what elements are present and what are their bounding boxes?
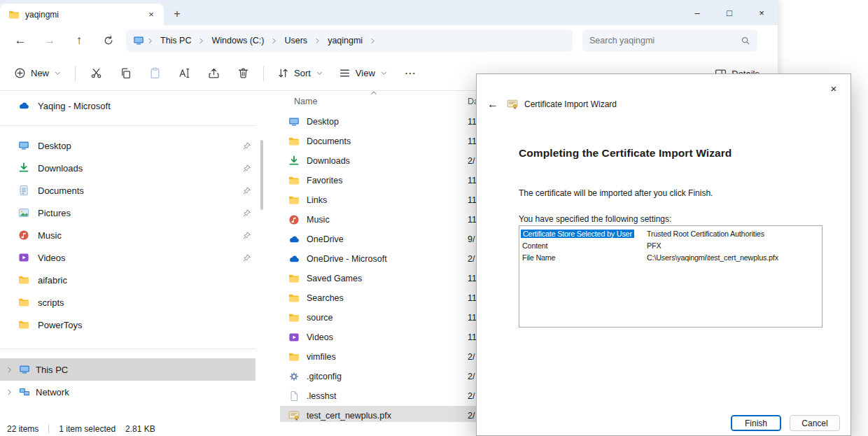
- minimize-button[interactable]: –: [681, 0, 713, 25]
- sidebar-item-network[interactable]: Network: [0, 381, 255, 403]
- this-pc-icon: [133, 35, 144, 46]
- breadcrumb-this-pc[interactable]: This PC: [156, 36, 195, 45]
- file-name: Downloads: [307, 156, 350, 166]
- sidebar-item-label: Network: [36, 387, 69, 398]
- setting-key: Certificate Store Selected by User: [521, 230, 647, 238]
- file-date: 9/: [468, 234, 475, 244]
- search-box[interactable]: [582, 29, 757, 52]
- pin-icon: [242, 231, 251, 240]
- breadcrumb-windows-c[interactable]: Windows (C:): [207, 36, 268, 45]
- toolbar-separator: [75, 66, 76, 81]
- sidebar-item-onedrive[interactable]: Yaqing - Microsoft: [0, 94, 255, 117]
- trash-icon: [237, 67, 249, 79]
- new-tab-button[interactable]: +: [167, 3, 188, 24]
- sidebar-item-label: Desktop: [38, 141, 71, 151]
- pin-icon: [242, 164, 251, 173]
- file-date: 2/: [468, 156, 475, 166]
- search-icon[interactable]: [741, 36, 750, 45]
- view-icon: [339, 67, 351, 79]
- folder-icon: [288, 273, 300, 284]
- sidebar-scrollbar[interactable]: [260, 140, 263, 210]
- rename-button[interactable]: [170, 61, 198, 86]
- file-name: Saved Games: [307, 274, 362, 283]
- this-pc-icon: [19, 364, 30, 375]
- file-name: Videos: [307, 332, 333, 342]
- sidebar-item-label: Downloads: [38, 163, 83, 174]
- settings-row[interactable]: File Name C:\Users\yaqingmi\test_cert_ne…: [521, 251, 820, 263]
- back-button[interactable]: ←: [6, 28, 35, 53]
- chevron-right-icon[interactable]: [6, 366, 13, 374]
- settings-list[interactable]: Certificate Store Selected by User Trust…: [519, 225, 822, 328]
- file-date: 2/: [468, 352, 475, 362]
- breadcrumb-users[interactable]: Users: [280, 36, 312, 45]
- file-name: source: [307, 313, 333, 323]
- up-button[interactable]: ↑: [64, 28, 94, 53]
- document-icon: [18, 185, 29, 196]
- cut-icon: [90, 67, 102, 79]
- delete-button[interactable]: [229, 61, 257, 86]
- tab-close-icon[interactable]: ×: [144, 8, 158, 22]
- chevron-right-icon[interactable]: [6, 388, 13, 396]
- more-button[interactable]: ⋯: [396, 61, 424, 86]
- settings-row[interactable]: Content PFX: [521, 239, 820, 251]
- sidebar-item-desktop[interactable]: Desktop: [0, 134, 255, 157]
- share-button[interactable]: [200, 61, 227, 86]
- download-icon: [18, 162, 29, 174]
- folder-icon: [288, 136, 300, 147]
- view-button[interactable]: View: [332, 61, 395, 86]
- titlebar: yaqingmi × + – □ ×: [0, 0, 778, 25]
- sort-button[interactable]: Sort: [270, 61, 330, 86]
- finish-button[interactable]: Finish: [731, 415, 781, 431]
- cloud-icon: [288, 234, 300, 245]
- selection-count: 1 item selected: [59, 424, 115, 434]
- column-header-name[interactable]: Name: [294, 97, 317, 106]
- sidebar-item-aifabric[interactable]: aifabric: [0, 269, 255, 291]
- chevron-right-icon: [197, 37, 205, 45]
- download-icon: [288, 155, 300, 167]
- refresh-button[interactable]: [94, 28, 123, 53]
- cut-button[interactable]: [82, 61, 110, 86]
- sort-ascending-icon[interactable]: [370, 89, 378, 97]
- pin-icon: [242, 209, 251, 218]
- sidebar-item-videos[interactable]: Videos: [0, 246, 255, 269]
- dialog-title: Certificate Import Wizard: [524, 99, 617, 109]
- video-icon: [18, 252, 29, 263]
- sidebar-item-music[interactable]: Music: [0, 224, 255, 246]
- breadcrumb-yaqingmi[interactable]: yaqingmi: [323, 36, 367, 45]
- sidebar-item-this-pc[interactable]: This PC: [0, 358, 255, 381]
- maximize-button[interactable]: □: [713, 0, 746, 25]
- folder-icon: [18, 297, 29, 308]
- selection-size: 2.81 KB: [125, 424, 155, 434]
- sidebar-item-downloads[interactable]: Downloads: [0, 157, 255, 179]
- new-button[interactable]: New: [7, 61, 69, 86]
- sidebar: Yaqing - Microsoft Desktop Downloads Doc…: [0, 92, 255, 422]
- breadcrumb[interactable]: This PC Windows (C:) Users yaqingmi: [126, 29, 573, 52]
- dialog-back-button[interactable]: ←: [485, 98, 500, 111]
- copy-button[interactable]: [111, 61, 139, 86]
- setting-value: C:\Users\yaqingmi\test_cert_newplus.pfx: [647, 253, 778, 262]
- tab-title: yaqingmi: [25, 10, 139, 20]
- close-button[interactable]: ×: [746, 0, 778, 25]
- dialog-header: ← Certificate Import Wizard: [485, 98, 617, 111]
- sidebar-item-powertoys[interactable]: PowerToys: [0, 314, 255, 336]
- folder-icon: [288, 351, 300, 363]
- sidebar-item-scripts[interactable]: scripts: [0, 291, 255, 314]
- sidebar-item-label: PowerToys: [38, 320, 83, 330]
- folder-icon: [288, 175, 300, 186]
- dialog-close-icon[interactable]: ×: [822, 79, 845, 97]
- setting-value: PFX: [647, 241, 661, 250]
- sidebar-item-documents[interactable]: Documents: [0, 179, 255, 202]
- settings-row[interactable]: Certificate Store Selected by User Trust…: [521, 227, 820, 239]
- gear-icon: [288, 371, 300, 382]
- file-name: Music: [307, 215, 330, 225]
- file-date: 2/: [468, 254, 475, 264]
- sidebar-item-pictures[interactable]: Pictures: [0, 202, 255, 224]
- desktop-icon: [288, 116, 300, 127]
- file-name: Documents: [307, 136, 351, 146]
- forward-button[interactable]: →: [35, 28, 64, 53]
- new-label: New: [31, 68, 49, 78]
- search-input[interactable]: [589, 36, 741, 45]
- explorer-tab[interactable]: yaqingmi ×: [0, 3, 164, 25]
- paste-button[interactable]: [141, 61, 169, 86]
- cancel-button[interactable]: Cancel: [790, 415, 840, 431]
